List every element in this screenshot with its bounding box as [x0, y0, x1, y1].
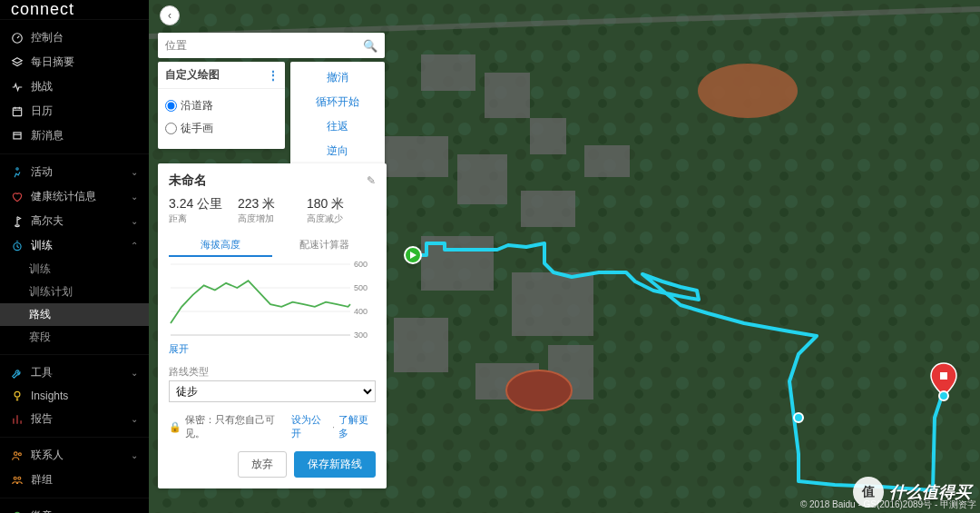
expand-link[interactable]: 展开	[169, 343, 189, 354]
nav-label: 控制台	[31, 30, 64, 45]
nav-calendar[interactable]: 日历	[0, 99, 149, 123]
nav-label: 每日摘要	[31, 54, 74, 70]
nav-sub-plans[interactable]: 训练计划	[0, 281, 149, 303]
svg-rect-20	[421, 54, 475, 91]
route-title: 未命名	[169, 173, 207, 189]
radio-freehand[interactable]	[165, 123, 177, 134]
pulse-icon	[11, 81, 24, 94]
watermark: 值 什么值得买	[853, 477, 971, 508]
svg-text:400: 400	[354, 307, 368, 316]
nav-label: 健康统计信息	[31, 189, 96, 204]
draw-option-road[interactable]: 沿道路	[165, 94, 278, 117]
start-marker	[405, 247, 421, 263]
edit-icon[interactable]: ✎	[367, 174, 376, 187]
stat-elev-loss: 180 米 高度减少	[307, 196, 376, 225]
svg-point-32	[506, 370, 572, 410]
run-icon	[11, 166, 24, 179]
bars-icon	[11, 413, 24, 426]
svg-point-3	[16, 167, 18, 169]
draw-option-freehand[interactable]: 徒手画	[165, 117, 278, 140]
search-icon[interactable]: 🔍	[363, 39, 377, 53]
stat-value: 3.24 公里	[169, 196, 238, 212]
nav-sub-segments[interactable]: 赛段	[0, 326, 149, 349]
nav-label: 群组	[31, 472, 53, 488]
action-reverse[interactable]: 逆向	[290, 139, 385, 163]
nav-primary: 控制台 每日摘要 挑战 日历 新消息	[0, 19, 149, 153]
learn-more-link[interactable]: 了解更多	[338, 413, 376, 440]
tab-pace[interactable]: 配速计算器	[272, 234, 376, 257]
svg-point-9	[14, 477, 16, 479]
chevron-down-icon: ⌄	[131, 450, 138, 460]
chevron-down-icon: ⌄	[131, 192, 138, 202]
action-loopstart[interactable]: 循环开始	[290, 90, 385, 114]
nav-sub-training[interactable]: 训练	[0, 258, 149, 281]
stat-label: 距离	[169, 212, 238, 225]
back-button[interactable]: ‹	[160, 5, 180, 25]
nav-newsfeed[interactable]: 新消息	[0, 123, 149, 148]
nav-contacts[interactable]: 联系人 ⌄	[0, 443, 149, 468]
tab-elevation[interactable]: 海拔高度	[169, 234, 272, 257]
search-panel: 🔍	[158, 33, 385, 58]
svg-point-4	[15, 224, 20, 226]
nav-activities-item[interactable]: 活动 ⌄	[0, 160, 149, 184]
map-area[interactable]: ‹ 🔍 自定义绘图 ⋮ 沿道路 徒手画 撤消 循环开始 往返 逆向 添加路线点	[149, 0, 980, 513]
search-input[interactable]	[165, 39, 363, 52]
svg-point-36	[794, 413, 803, 422]
elevation-chart: 600500400300	[169, 261, 376, 339]
svg-rect-30	[530, 118, 566, 154]
nav-training[interactable]: 训练 ⌃	[0, 233, 149, 258]
nav-badges[interactable]: 徽章	[0, 504, 149, 513]
chevron-up-icon: ⌃	[131, 241, 138, 251]
stat-value: 180 米	[307, 196, 376, 212]
nav-records: 徽章 个人纪录 目标	[0, 498, 149, 513]
nav-insights[interactable]: Insights	[0, 385, 149, 407]
svg-point-8	[18, 452, 21, 455]
stat-value: 223 米	[238, 196, 307, 212]
privacy-row: 🔒 保密：只有您自己可见。 设为公开 · 了解更多	[169, 413, 376, 440]
route-type-label: 路线类型	[169, 365, 376, 379]
detail-panel: 未命名 ✎ 3.24 公里 距离 223 米 高度增加 180 米 高度减少 海…	[158, 163, 387, 488]
stat-label: 高度增加	[238, 212, 307, 225]
contacts-icon	[11, 449, 24, 462]
discard-button[interactable]: 放弃	[238, 451, 287, 478]
nav-health[interactable]: 健康统计信息 ⌄	[0, 184, 149, 209]
sidebar: connect 控制台 每日摘要 挑战 日历 新消息 活动 ⌄	[0, 0, 149, 513]
action-outback[interactable]: 往返	[290, 114, 385, 139]
chevron-down-icon: ⌄	[131, 414, 138, 424]
nav-label: 训练	[31, 238, 53, 253]
layers-icon	[11, 56, 24, 69]
svg-point-6	[15, 391, 20, 397]
svg-point-33	[698, 64, 798, 118]
route-type-select[interactable]: 徒步	[169, 380, 376, 402]
svg-point-7	[15, 451, 18, 455]
nav-groups[interactable]: 群组	[0, 468, 149, 492]
badge-icon	[11, 510, 24, 514]
more-icon[interactable]: ⋮	[268, 69, 278, 82]
action-undo[interactable]: 撤消	[290, 65, 385, 90]
svg-text:600: 600	[354, 261, 368, 269]
save-route-button[interactable]: 保存新路线	[294, 451, 376, 478]
lock-icon: 🔒	[169, 421, 181, 433]
nav-tools-item[interactable]: 工具 ⌄	[0, 360, 149, 385]
gauge-icon	[11, 32, 24, 44]
privacy-text: 保密：只有您自己可见。	[185, 413, 288, 440]
wrench-icon	[11, 367, 24, 380]
nav-social: 联系人 ⌄ 群组	[0, 437, 149, 498]
svg-rect-26	[512, 272, 593, 336]
draw-title: 自定义绘图	[165, 67, 220, 83]
nav-tools: 工具 ⌄ Insights 报告 ⌄	[0, 354, 149, 437]
nav-daily[interactable]: 每日摘要	[0, 50, 149, 74]
svg-rect-31	[584, 145, 630, 177]
nav-sub-routes[interactable]: 路线	[0, 303, 149, 326]
nav-label: 联系人	[31, 448, 64, 463]
nav-reports[interactable]: 报告 ⌄	[0, 407, 149, 431]
nav-console[interactable]: 控制台	[0, 25, 149, 50]
svg-rect-1	[13, 107, 21, 115]
nav-golf[interactable]: 高尔夫 ⌄	[0, 209, 149, 233]
svg-text:500: 500	[354, 283, 368, 292]
make-public-link[interactable]: 设为公开	[291, 413, 328, 440]
svg-rect-22	[385, 136, 448, 177]
chevron-down-icon: ⌄	[131, 368, 138, 378]
radio-road[interactable]	[165, 100, 177, 112]
nav-challenges[interactable]: 挑战	[0, 74, 149, 99]
